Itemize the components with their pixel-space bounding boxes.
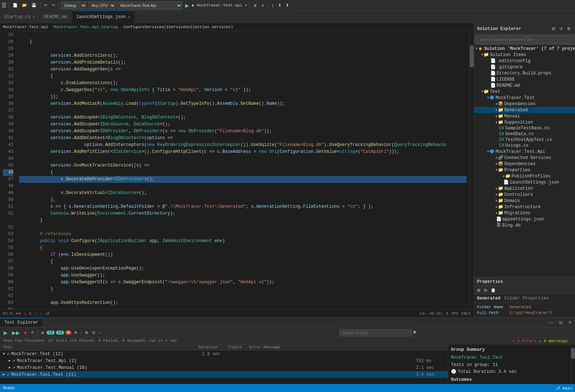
panel-float-btn[interactable]: ⧉ xyxy=(556,320,565,326)
run-btn[interactable]: ▶ xyxy=(184,2,191,9)
se-properties[interactable]: ▼ 📁 Properties xyxy=(474,167,575,173)
test-group-btn[interactable]: ⊞ xyxy=(84,330,89,335)
se-connected-services[interactable]: ▶ 🔗 Connected Services xyxy=(474,155,575,161)
test-run-btn[interactable]: ▶ xyxy=(2,329,9,336)
test-row-2[interactable]: ▶ ✔ MockTracer.Test.Manual (10) 2.1 sec xyxy=(0,364,448,371)
se-collapse-btn[interactable]: ⊟ xyxy=(550,26,557,32)
se-migrations-folder[interactable]: ▶ 📁 Migrations xyxy=(474,210,575,216)
sampletestbase-icon: C# xyxy=(499,126,504,131)
solution-icon: ▣ xyxy=(477,46,483,51)
se-directory-build-props[interactable]: 📄 Directory.Build.props xyxy=(474,70,575,76)
se-domain-folder[interactable]: ▶ 📁 Domain xyxy=(474,198,575,204)
project-select[interactable]: MockTracer.Test.Api xyxy=(117,1,182,9)
se-appsettings[interactable]: 📄 appsettings.json xyxy=(474,216,575,222)
save-btn[interactable]: 💾 xyxy=(30,2,38,8)
se-testhostapptest[interactable]: C# TestHostAppTest.cs xyxy=(474,137,575,143)
test-col-duration-header: Duration xyxy=(199,345,227,349)
step-over-btn[interactable]: ⤵ xyxy=(270,3,275,8)
se-manual-folder[interactable]: ▶ 📁 Manual xyxy=(474,113,575,119)
se-generated-folder[interactable]: ▶ 📁 Generated xyxy=(474,107,575,113)
redo-btn[interactable]: ↪ xyxy=(50,2,56,8)
se-mt-dependencies[interactable]: ▶ 📦 Dependencies xyxy=(474,101,575,107)
arrow-down[interactable]: ↓ xyxy=(39,311,42,316)
se-api-dependencies[interactable]: ▶ 📦 Dependencies xyxy=(474,161,575,167)
step-out-btn[interactable]: ⬆ xyxy=(284,2,290,8)
breadcrumb-class[interactable]: MockTracer.Test.Api.Startup xyxy=(54,25,118,29)
editorconfig-label: .editorconfig xyxy=(497,59,531,64)
se-editorconfig[interactable]: 📄 .editorconfig xyxy=(474,58,575,64)
se-application-folder[interactable]: ▶ 📁 Application xyxy=(474,185,575,191)
se-solution-root[interactable]: ▼ ▣ Solution 'MockTracer' (7 of 7 projec… xyxy=(474,46,575,52)
se-supposition-folder[interactable]: ▶ 📁 Supposition xyxy=(474,119,575,125)
se-refresh-btn[interactable]: ↺ xyxy=(558,26,564,32)
se-mocktracer-api[interactable]: ▼ 🔷 MockTracer.Test.Api xyxy=(474,148,575,155)
test-search-input[interactable] xyxy=(339,329,412,336)
tab-readme[interactable]: README.md xyxy=(39,10,72,23)
se-controllers-folder[interactable]: ▶ 📁 Controllers xyxy=(474,191,575,198)
line-ending: CRLF xyxy=(461,311,471,316)
app-menu-icon[interactable]: ☰ xyxy=(1,2,7,9)
test-scrollbar[interactable] xyxy=(571,344,575,384)
test-filter-btn[interactable]: A xyxy=(40,330,45,336)
se-infrastructure-folder[interactable]: ▶ 📁 Infrastructure xyxy=(474,204,575,210)
test-playlist-btn[interactable]: ♪ xyxy=(98,330,103,335)
test-refresh-btn[interactable]: ↺ xyxy=(29,330,35,335)
step-into-btn[interactable]: ⬇ xyxy=(277,2,283,8)
code-editor[interactable]: { services.AddControllers(); services.Ad… xyxy=(16,31,469,309)
test-search-btn[interactable]: 🔍 xyxy=(412,330,419,335)
seeddata-label: SeedData.cs xyxy=(505,132,534,137)
se-readme[interactable]: 📄 README.md xyxy=(474,82,575,89)
test-row-1-name: MockTracer.Test.Api (2) xyxy=(17,358,414,363)
debug-mode-select[interactable]: Debug Release xyxy=(61,1,87,9)
se-solution-items[interactable]: ▼ 📁 Solution Items xyxy=(474,52,575,58)
pause-btn[interactable]: ⏸ xyxy=(252,3,259,8)
build-props-icon: 📄 xyxy=(490,70,496,76)
stop-btn[interactable]: ■ xyxy=(260,3,265,8)
breadcrumb-method[interactable]: ConfigureServices(IServiceCollection ser… xyxy=(123,25,233,29)
breadcrumb-file[interactable]: MockTracer.Test.Api xyxy=(3,25,48,29)
se-seeddata[interactable]: C# SeedData.cs xyxy=(474,131,575,137)
tab-test-explorer[interactable]: Test Explorer xyxy=(0,318,43,327)
tab-launchsettings[interactable]: launchSettings.json ✕ xyxy=(72,10,135,23)
test-row-1[interactable]: ▶ ✔ MockTracer.Test.Api (2) 761 ms xyxy=(0,357,448,364)
panel-collapse-btn[interactable]: — xyxy=(546,320,556,325)
test-row-1-duration: 761 ms xyxy=(416,358,445,363)
se-filter-btn[interactable]: ⚙ xyxy=(566,26,572,32)
arrow-up[interactable]: ↑ xyxy=(34,311,37,316)
editor-container: MockTracer.Test.Api › MockTracer.Test.Ap… xyxy=(0,23,474,317)
se-gitignore[interactable]: 📄 .gitignore xyxy=(474,64,575,70)
props-filter-btn[interactable]: ⊟ xyxy=(482,287,489,293)
tab-startup-close[interactable]: ✕ xyxy=(33,15,35,19)
test-sort-btn[interactable]: ⊟ xyxy=(91,330,97,335)
manual-folder-icon: 📁 xyxy=(498,113,503,119)
test-stop-btn[interactable]: ■ xyxy=(23,330,28,335)
editorconfig-icon: 📄 xyxy=(490,58,496,64)
se-usings[interactable]: C# Usings.cs xyxy=(474,143,575,148)
run-label[interactable]: ▶ MockTracer.Test.Api ▾ xyxy=(192,3,247,8)
se-launchsettings[interactable]: 📄 launchSettings.json xyxy=(474,179,575,185)
test-run-all-btn[interactable]: ▶▶ xyxy=(10,329,21,336)
test-config-btn[interactable]: ⚙ xyxy=(73,330,79,335)
new-file-btn[interactable]: 📄 xyxy=(11,2,19,8)
platform-select[interactable]: Any CPU xyxy=(88,1,116,9)
test-row-3[interactable]: ▶ ✔ MockTracer.Tool.Test (11) 3.4 sec xyxy=(0,371,448,378)
se-mocktracer-test[interactable]: ▼ 🔷 MockTracer.Test xyxy=(474,95,575,101)
se-blogdb[interactable]: 🗄 Blog.db xyxy=(474,222,575,228)
test-row-2-icon: ✔ xyxy=(13,365,15,370)
open-btn[interactable]: 📂 xyxy=(21,2,29,8)
props-page-btn[interactable]: 📋 xyxy=(489,287,497,293)
se-tree: ▼ ▣ Solution 'MockTracer' (7 of 7 projec… xyxy=(474,45,575,277)
se-publishprofiles[interactable]: ▶ 📁 PublishProfiles xyxy=(474,173,575,179)
tab-launchsettings-close[interactable]: ✕ xyxy=(128,15,130,19)
se-sampletestbase[interactable]: C# SampleTestBase.cs xyxy=(474,125,575,131)
props-sort-btn[interactable]: ⊞ xyxy=(476,287,482,293)
se-license[interactable]: 📄 LICENSE xyxy=(474,76,575,82)
test-row-0[interactable]: ▼ ✔ MockTracer.Test (12) 2.9 sec xyxy=(0,350,448,357)
tab-startup[interactable]: Startup.cs ✕ xyxy=(0,10,39,23)
tab-startup-label: Startup.cs xyxy=(4,14,30,20)
editor-scrollbar[interactable] xyxy=(469,31,474,309)
se-test-folder[interactable]: ▼ 📁 Test xyxy=(474,89,575,95)
panel-close-btn[interactable]: ✕ xyxy=(565,320,575,325)
se-search-input[interactable] xyxy=(477,36,572,43)
undo-btn[interactable]: ↩ xyxy=(43,2,49,8)
